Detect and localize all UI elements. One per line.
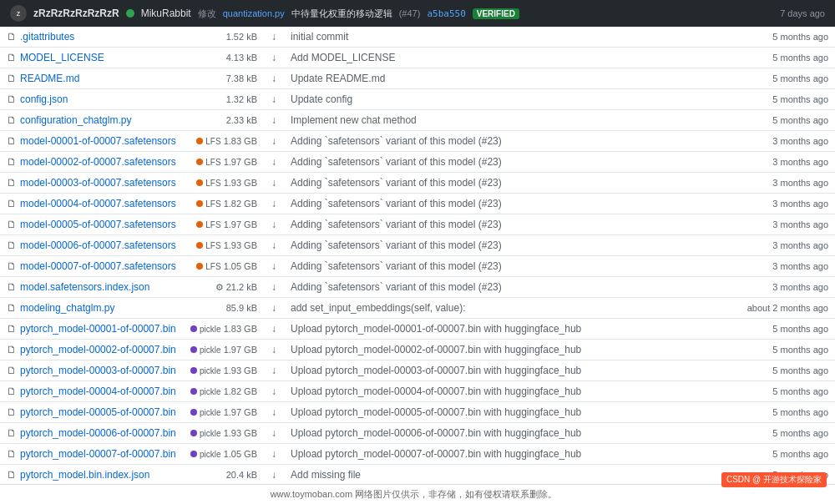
- file-name-cell[interactable]: 🗋MODEL_LICENSE: [0, 48, 184, 68]
- header-username[interactable]: zRzRzRzRzRzRzR: [33, 8, 119, 19]
- download-icon: [271, 177, 276, 189]
- file-name-cell[interactable]: 🗋model-00001-of-00007.safetensors: [0, 131, 184, 152]
- file-name-cell[interactable]: 🗋model-00007-of-00007.safetensors: [0, 256, 184, 277]
- download-button[interactable]: [264, 423, 284, 444]
- download-button[interactable]: [264, 89, 284, 110]
- file-name-cell[interactable]: 🗋pytorch_model.bin.index.json: [0, 465, 184, 486]
- file-link[interactable]: pytorch_model-00007-of-00007.bin: [20, 448, 176, 460]
- download-button[interactable]: [264, 173, 284, 194]
- download-icon: [271, 239, 276, 251]
- file-link[interactable]: pytorch_model-00002-of-00007.bin: [20, 344, 176, 355]
- file-icon: 🗋: [7, 281, 17, 293]
- download-button[interactable]: [264, 381, 284, 402]
- file-link[interactable]: model-00004-of-00007.safetensors: [20, 198, 176, 209]
- file-icon: 🗋: [7, 156, 17, 168]
- file-name-cell[interactable]: 🗋model-00005-of-00007.safetensors: [0, 214, 184, 235]
- file-link[interactable]: model-00001-of-00007.safetensors: [20, 135, 176, 147]
- download-button[interactable]: [264, 402, 284, 423]
- download-icon: [271, 52, 276, 63]
- commit-message-cell: Adding `safetensors` variant of this mod…: [284, 131, 735, 152]
- file-name-cell[interactable]: 🗋pytorch_model-00007-of-00007.bin: [0, 444, 184, 465]
- commit-message-cell: Implement new chat method: [284, 110, 735, 131]
- pickle-badge: pickle: [190, 429, 221, 438]
- file-icon: 🗋: [7, 302, 17, 314]
- file-link[interactable]: pytorch_model-00003-of-00007.bin: [20, 365, 176, 376]
- file-name-cell[interactable]: 🗋pytorch_model-00002-of-00007.bin: [0, 340, 184, 360]
- file-name-cell[interactable]: 🗋pytorch_model-00005-of-00007.bin: [0, 402, 184, 423]
- file-link[interactable]: modeling_chatglm.py: [20, 302, 114, 314]
- lfs-badge: LFS: [196, 241, 220, 250]
- file-name-cell[interactable]: 🗋pytorch_model-00003-of-00007.bin: [0, 360, 184, 381]
- file-link[interactable]: .gitattributes: [20, 31, 74, 43]
- file-size-cell: pickle 1.93 GB: [184, 360, 264, 381]
- download-icon: [271, 73, 276, 84]
- table-row: 🗋pytorch_model-00004-of-00007.bin pickle…: [0, 381, 835, 402]
- download-button[interactable]: [264, 194, 284, 214]
- file-name-cell[interactable]: 🗋.gitattributes: [0, 27, 184, 48]
- table-row: 🗋pytorch_model-00005-of-00007.bin pickle…: [0, 402, 835, 423]
- download-button[interactable]: [264, 214, 284, 235]
- file-size-cell: 7.38 kB: [184, 68, 264, 89]
- file-link[interactable]: configuration_chatglm.py: [20, 114, 131, 126]
- file-icon: 🗋: [7, 52, 17, 63]
- download-icon: [271, 365, 276, 376]
- download-button[interactable]: [264, 465, 284, 486]
- file-name-cell[interactable]: 🗋README.md: [0, 68, 184, 89]
- table-row: 🗋pytorch_model-00002-of-00007.bin pickle…: [0, 340, 835, 360]
- file-link[interactable]: pytorch_model-00005-of-00007.bin: [20, 406, 176, 418]
- download-button[interactable]: [264, 444, 284, 465]
- header-action: 修改: [198, 8, 216, 20]
- download-button[interactable]: [264, 319, 284, 340]
- header-hash[interactable]: a5ba550: [427, 8, 465, 19]
- file-name-cell[interactable]: 🗋pytorch_model-00004-of-00007.bin: [0, 381, 184, 402]
- file-icon: 🗋: [7, 260, 17, 272]
- file-link[interactable]: model-00007-of-00007.safetensors: [20, 260, 176, 272]
- file-link[interactable]: pytorch_model-00004-of-00007.bin: [20, 386, 176, 397]
- file-name-cell[interactable]: 🗋pytorch_model-00001-of-00007.bin: [0, 319, 184, 340]
- file-link[interactable]: model.safetensors.index.json: [20, 281, 149, 293]
- table-row: 🗋model-00004-of-00007.safetensors LFS 1.…: [0, 194, 835, 214]
- file-name-cell[interactable]: 🗋modeling_chatglm.py: [0, 298, 184, 319]
- file-link[interactable]: MODEL_LICENSE: [20, 52, 104, 63]
- header-file[interactable]: quantization.py: [223, 8, 285, 18]
- file-time-cell: 5 months ago: [735, 402, 835, 423]
- header-bar: z zRzRzRzRzRzRzR MikuRabbit 修改 quantizat…: [0, 0, 835, 27]
- table-row: 🗋pytorch_model-00007-of-00007.bin pickle…: [0, 444, 835, 465]
- download-button[interactable]: [264, 27, 284, 48]
- avatar: z: [10, 5, 27, 22]
- download-button[interactable]: [264, 68, 284, 89]
- download-button[interactable]: [264, 110, 284, 131]
- download-icon: [271, 156, 276, 168]
- download-button[interactable]: [264, 152, 284, 173]
- download-button[interactable]: [264, 340, 284, 360]
- file-name-cell[interactable]: 🗋model-00002-of-00007.safetensors: [0, 152, 184, 173]
- lfs-badge: LFS: [196, 158, 220, 167]
- file-link[interactable]: config.json: [20, 93, 68, 105]
- file-link[interactable]: pytorch_model-00001-of-00007.bin: [20, 323, 176, 335]
- commit-message-cell: Adding `safetensors` variant of this mod…: [284, 152, 735, 173]
- file-link[interactable]: pytorch_model-00006-of-00007.bin: [20, 427, 176, 439]
- file-time-cell: 3 months ago: [735, 131, 835, 152]
- file-link[interactable]: model-00002-of-00007.safetensors: [20, 156, 176, 168]
- file-size-cell: ⚙ 21.2 kB: [184, 277, 264, 298]
- download-button[interactable]: [264, 235, 284, 256]
- file-link[interactable]: model-00006-of-00007.safetensors: [20, 239, 176, 251]
- file-name-cell[interactable]: 🗋model-00006-of-00007.safetensors: [0, 235, 184, 256]
- file-name-cell[interactable]: 🗋configuration_chatglm.py: [0, 110, 184, 131]
- download-button[interactable]: [264, 298, 284, 319]
- file-link[interactable]: model-00005-of-00007.safetensors: [20, 219, 176, 230]
- file-link[interactable]: README.md: [20, 73, 79, 84]
- file-name-cell[interactable]: 🗋model-00003-of-00007.safetensors: [0, 173, 184, 194]
- header-rabbit: MikuRabbit: [141, 8, 191, 19]
- download-button[interactable]: [264, 360, 284, 381]
- download-button[interactable]: [264, 131, 284, 152]
- download-button[interactable]: [264, 256, 284, 277]
- file-link[interactable]: model-00003-of-00007.safetensors: [20, 177, 176, 189]
- file-name-cell[interactable]: 🗋model-00004-of-00007.safetensors: [0, 194, 184, 214]
- download-button[interactable]: [264, 48, 284, 68]
- file-link[interactable]: pytorch_model.bin.index.json: [20, 469, 149, 481]
- file-name-cell[interactable]: 🗋config.json: [0, 89, 184, 110]
- file-name-cell[interactable]: 🗋model.safetensors.index.json: [0, 277, 184, 298]
- download-button[interactable]: [264, 277, 284, 298]
- file-name-cell[interactable]: 🗋pytorch_model-00006-of-00007.bin: [0, 423, 184, 444]
